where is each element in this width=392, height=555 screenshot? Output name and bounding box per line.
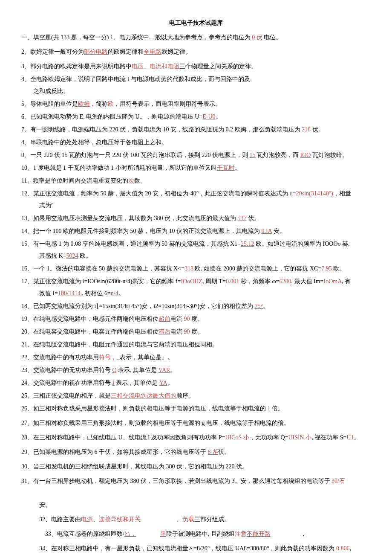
t: 26、如三相对称负载采用星形接法时，则负载的相电压等于电源的电压，线电流等于相电… (21, 405, 268, 412)
t: 安。 (21, 502, 51, 508)
t: 16、一个 1。微法的电容接在 50 赫的交流电源上，其容抗 X<= (21, 265, 184, 272)
t: , 视在功率 S= (311, 434, 346, 441)
t: 伏。 (247, 215, 260, 221)
t: 31、有一台三相异步电动机，额定电压为 380 伏，三角形联接，若测出线电流为 … (21, 478, 331, 484)
t: 23、交流电路中的无功功率用符号 (21, 367, 112, 373)
t: ，无功功率 Q= (249, 434, 288, 441)
q11: 11、频率是单位时间内交流电重复变化的次数。 (21, 175, 371, 187)
t: 电流 (170, 328, 184, 335)
t: 秒，角频率 ω= (239, 278, 279, 285)
q28: 28、在三相对称电路中，已知线电压 U、线电流 I 及功率因数角则有功功率 P=… (21, 432, 371, 444)
q32: 32、电路主要由电源、连接导线和开关 、负载三部分组成。 (21, 514, 371, 526)
t: 表示, 其单位是 (117, 367, 159, 373)
t: 之和成反比。 (21, 88, 69, 94)
t: 。 (212, 341, 218, 348)
t: 5、导体电阻的单位是 (21, 101, 78, 107)
u: _ (117, 354, 120, 360)
t: 安。 (272, 228, 285, 234)
a: 75° (254, 303, 263, 309)
q1: 一、填空题(共 133 题，每空一分) 1、电力系统中…般以大地为参考点，参考点… (21, 32, 371, 44)
q30: 30、当三相发电机的三相绕组联成星形时，其线电压为 380 伏，它的相电压为 2… (21, 461, 371, 473)
t: 瓦灯泡较暗。 (311, 152, 348, 158)
t: 7、有一照明线路，电源端电压为 220 伏，负载电流为 10 安，线路的总阻抗为… (21, 126, 302, 133)
t: 效值 I= (21, 290, 58, 296)
t: , 周期 T= (202, 278, 226, 285)
t: 数。 (134, 177, 146, 184)
a: Q (112, 367, 117, 373)
t: , 初相位 6= (82, 290, 110, 296)
t: 25、三相正弦交流电的相序，就是 (21, 392, 111, 399)
t: 34、在对称三相电路中，有一星形负载，已知线电流相量∧=8/20°，线电压 UA… (39, 545, 336, 552)
a: 25.12 (241, 241, 254, 247)
t (271, 531, 300, 537)
a: 90 (184, 328, 190, 335)
a: 千瓦时 (217, 165, 235, 171)
t: 2、欧姆定律一般可分为 (21, 49, 84, 55)
t (136, 531, 160, 537)
t: 27、如三相对称负载采用三角形接法时，则负载的相电压等于电源的 g 电压，线电流… (21, 420, 290, 426)
t: , (350, 545, 352, 552)
t: 其感抗 K= (21, 253, 66, 259)
a: U1 (346, 434, 354, 441)
q15: 15、有一电感 1 为 0.08 亨的纯电感线圈，通过频率为 50 赫的交流电流… (21, 238, 371, 262)
t: 、 (176, 516, 182, 523)
t: 欧。 (332, 265, 346, 272)
document-title: 电工电子技术试题库 (21, 17, 371, 29)
a: u=20sin(314140°) (290, 190, 333, 197)
q5: 5、导体电阻的单位是欧姆，简称欧，用符号表示，而电阻率则用符号表示。 (21, 98, 371, 110)
t: 30、当三相发电机的三相绕组联成星形时，其线电压为 380 伏，它的相电压为 (21, 463, 226, 470)
a: 部分电路 (84, 49, 108, 55)
t: ，用符号表示，而电阻率则用符号表示。 (114, 101, 221, 107)
t: 的欧姆定律和 (108, 49, 144, 55)
a: 全电路 (144, 49, 161, 55)
a: 注意 (235, 531, 247, 537)
t: 20、在纯电容交流电路中，电容元件两端的电压相位 (21, 328, 159, 335)
q2: 2、欧姆定律一般可分为部分电路的欧姆定律和全电路欧姆定律。 (21, 46, 371, 58)
t: 瓦灯泡较亮，而 (256, 152, 300, 158)
a: 符号 (99, 354, 111, 360)
t: 21、在纯电阻交流电路中，电阻元件通过的电流与它两端的电压相位 (21, 341, 200, 348)
q21: 21、在纯电阻交流电路中，电阻元件通过的电流与它两端的电压相位同相。 (21, 339, 371, 351)
t: 22、交流电路中的有功功率用 (21, 354, 99, 360)
t: 三个物理量之间关系的定律。 (179, 63, 257, 70)
t: 4、全电路欧姆定律，说明了回路中电流 I 与电源电动势的代数和成比，而与回路中的… (21, 76, 250, 82)
u: 同相 (200, 341, 212, 348)
t: 17、某正弦交流电流为 i=IOOsin(6280t-π/4)毫安，它的频率 f… (21, 278, 181, 285)
t: 表示，其单位是」。 (120, 354, 173, 360)
q19: 19、在纯电感交流电路中，电感元件两端的电压相位超前电流 90 度。 (21, 313, 371, 325)
a: VAR (159, 367, 170, 373)
a: 6280 (280, 278, 291, 285)
a: IOO (300, 152, 311, 158)
a: 负载 (182, 516, 194, 523)
q10: 10、1 度电就是 1 千瓦的功率做功 1 小时所消耗的电量，所以它的单位又叫千… (21, 162, 371, 174)
a: 欧 (108, 101, 114, 107)
a: 90 (184, 316, 190, 322)
t: 欧, 如接在 2000 赫的交流电源上，它的容抗 XC= (193, 265, 321, 272)
q13: 13、如果用交流电压表测量某交流电压，其读数为 380 伏，此交流电压的最大值为… (21, 212, 371, 224)
q14: 14、把一个 100 欧的电阻元件接到频率为 50 赫，电压为 10 伏的正弦交… (21, 225, 371, 237)
a: 7.95 (321, 265, 332, 272)
a: 537 (238, 215, 247, 221)
q25: 25、三相正弦交流电的相序，就是三相交流电到达最大值的顺序。 (21, 390, 371, 402)
t: 伏。 (235, 463, 248, 470)
t: 电流 (170, 316, 184, 322)
a: 30/石 (331, 478, 345, 484)
t: 14、把一个 100 欧的电阻元件接到频率为 50 赫，电压为 10 伏的正弦交… (21, 228, 262, 234)
q1-text: 一、填空题(共 133 题，每空一分) 1、电力系统中…般以大地为参考点，参考点… (21, 34, 252, 41)
a: IoOmA (323, 278, 342, 285)
a: YA (159, 380, 167, 386)
t: 33、电流互感器的原绕组匝数/ (45, 531, 124, 537)
q33: 33、电流互感器的原绕组匝数/匕， 串联于被测电路中, 且副绕组注意不能开路 ， (21, 528, 371, 540)
t: 欧姆定律。 (161, 49, 191, 55)
t: ， (111, 354, 117, 360)
t: 三部分组成。 (194, 516, 230, 523)
a: n/4 (111, 290, 118, 296)
a: 0.IA (262, 228, 272, 234)
a: 218 (302, 126, 311, 133)
t: 。 (118, 290, 124, 296)
a: 超前 (159, 316, 170, 322)
t: 度。 (190, 328, 204, 335)
a: E-U0 (202, 113, 215, 120)
t: 11、频率是单位时间内交流电重复变化的 (21, 177, 128, 184)
t: 。 (235, 165, 241, 171)
